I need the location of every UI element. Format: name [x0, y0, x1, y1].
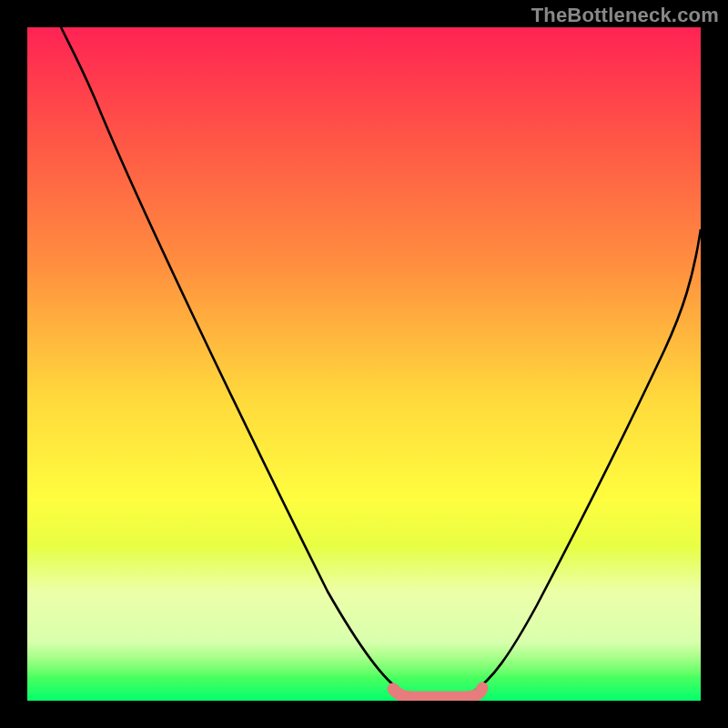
watermark-label: TheBottleneck.com	[531, 4, 719, 27]
curve-right	[473, 229, 701, 692]
curve-left	[61, 27, 402, 692]
chart-overlay	[27, 27, 701, 701]
plot-area	[27, 27, 701, 701]
chart-frame: TheBottleneck.com	[0, 0, 728, 728]
optimal-marker	[393, 688, 482, 697]
